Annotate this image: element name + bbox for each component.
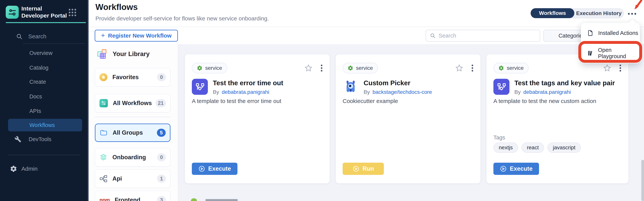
menu-item-label: Open Playground: [598, 47, 640, 59]
favorite-star-icon[interactable]: [603, 64, 611, 72]
sidebar-item-create[interactable]: Create: [30, 79, 46, 85]
toggle-execution-history[interactable]: Execution History: [574, 10, 624, 16]
npm-icon: npm: [100, 197, 110, 201]
author-link[interactable]: backstage/techdocs-core: [372, 89, 432, 95]
library-item-all-groups-selected[interactable]: All Groups 5: [95, 124, 170, 142]
play-circle-icon: [500, 165, 507, 172]
cubes-icon: [96, 48, 108, 59]
tags-row: nextjs react javascript: [494, 143, 581, 153]
workflow-tile-icon: [100, 99, 108, 107]
circuit-logo-glyph: [8, 8, 16, 16]
workflow-search: [426, 30, 540, 41]
count-badge: 0: [157, 153, 166, 161]
sidebar-item-apis[interactable]: APIs: [30, 108, 41, 114]
toggle-workflows[interactable]: Workflows: [530, 8, 574, 18]
layers-icon: [100, 153, 108, 161]
library-item-onboarding[interactable]: Onboarding 0: [95, 148, 170, 167]
page-header: Workflows Provide developer self-service…: [88, 0, 644, 27]
scrollbar-thumb[interactable]: [641, 160, 644, 201]
sidebar-item-workflows-active[interactable]: Workflows: [8, 119, 82, 131]
library-item-api[interactable]: Api 1: [95, 169, 170, 188]
action-label: Execute: [510, 165, 532, 172]
kebab-menu-icon[interactable]: [619, 64, 622, 72]
execute-button[interactable]: Execute: [192, 163, 238, 175]
apps-grid-icon[interactable]: [69, 9, 76, 16]
by-label: By: [364, 89, 370, 95]
library-item-frontend[interactable]: npm Frontend 3: [95, 191, 170, 201]
sidebar-item-admin-label: Admin: [22, 166, 38, 172]
workflow-card-custom-picker: service: [335, 54, 481, 184]
library-item-label: Api: [112, 175, 122, 182]
kind-chip[interactable]: service: [494, 63, 529, 73]
search-icon: [16, 33, 22, 40]
more-options-button[interactable]: [628, 12, 639, 16]
sidebar-item-devtools[interactable]: DevTools: [14, 136, 51, 143]
sidebar-item-admin[interactable]: Admin: [10, 165, 38, 172]
tag-pill[interactable]: javascript: [548, 143, 581, 153]
favorite-star-icon[interactable]: [455, 64, 463, 72]
search-icon: [430, 33, 436, 38]
kind-chip[interactable]: service: [192, 63, 227, 73]
author-link[interactable]: debabrata.panigrahi: [222, 89, 269, 95]
execute-button[interactable]: Execute: [494, 163, 539, 175]
count-badge: 21: [156, 99, 166, 107]
gear-icon: [10, 165, 17, 172]
count-badge: 0: [157, 73, 166, 81]
workflow-card-tags-key-value: service Test the tags and: [486, 54, 629, 184]
kind-chip-label: service: [356, 65, 373, 71]
library-item-label: Favorites: [112, 74, 139, 81]
kind-chip-label: service: [205, 65, 222, 71]
sidebar-item-overview[interactable]: Overview: [30, 50, 52, 56]
kind-chip-label: service: [507, 65, 524, 71]
kind-chip[interactable]: service: [342, 63, 378, 73]
action-label: Run: [362, 165, 374, 172]
menu-item-installed-actions[interactable]: Installed Actions: [581, 23, 640, 43]
workflows-page: Internal Developer Portal Search Overvie…: [0, 0, 644, 201]
page-title: Workflows: [96, 2, 138, 12]
tag-pill[interactable]: react: [522, 143, 544, 153]
sidebar-search-label: Search: [28, 33, 46, 40]
view-toggle: Workflows Execution History: [530, 8, 624, 18]
tag-pill[interactable]: nextjs: [494, 143, 518, 153]
library-item-all-workflows[interactable]: All Workflows 21: [95, 94, 170, 113]
app-logo-icon[interactable]: [6, 6, 19, 19]
folder-icon: [100, 129, 108, 137]
workflow-icon: [192, 79, 208, 95]
menu-item-open-playground[interactable]: Open Playground: [581, 43, 640, 63]
kebab-menu-icon[interactable]: [471, 64, 474, 72]
workflow-icon: [494, 79, 510, 95]
author-link[interactable]: debabrata.panigrahi: [523, 89, 571, 95]
sidebar-search[interactable]: Search: [16, 32, 79, 41]
workflow-description: A template to test the error time out: [192, 98, 323, 104]
gear-icon: [197, 65, 202, 71]
library-item-favorites[interactable]: Favorites 0: [95, 68, 170, 87]
workflow-description: A template to test the new custom action: [494, 98, 622, 104]
library-divider: [95, 117, 170, 117]
workflow-title: Custom Picker: [364, 79, 432, 87]
sidebar-item-devtools-label: DevTools: [29, 136, 51, 143]
page-subtitle: Provide developer self-service for flows…: [96, 15, 269, 22]
plus-icon: +: [101, 31, 105, 39]
library-item-label: All Workflows: [113, 100, 152, 107]
sidebar-divider: [8, 155, 80, 155]
library-header: Your Library: [96, 48, 150, 59]
workflow-description: Cookiecutter example: [342, 98, 474, 104]
library-item-label: All Groups: [112, 129, 143, 136]
count-badge: 3: [157, 196, 166, 201]
search-input[interactable]: [438, 33, 536, 39]
sidebar-item-catalog[interactable]: Catalog: [30, 65, 48, 71]
gear-icon: [348, 65, 353, 71]
favorite-star-icon[interactable]: [304, 64, 312, 72]
run-button[interactable]: Run: [342, 163, 384, 175]
sidebar-item-docs[interactable]: Docs: [30, 93, 42, 100]
count-badge: 1: [157, 175, 166, 183]
kebab-menu-icon[interactable]: [320, 64, 323, 72]
play-circle-icon: [198, 165, 205, 172]
register-label: Register New Workflow: [108, 32, 172, 39]
register-new-workflow-button[interactable]: + Register New Workflow: [95, 30, 178, 41]
star-badge-icon: [100, 73, 108, 81]
menu-item-label: Installed Actions: [598, 30, 638, 36]
count-badge: 5: [157, 129, 166, 137]
library-item-label: Onboarding: [112, 154, 146, 161]
sidebar-item-workflows-label: Workflows: [30, 122, 55, 128]
